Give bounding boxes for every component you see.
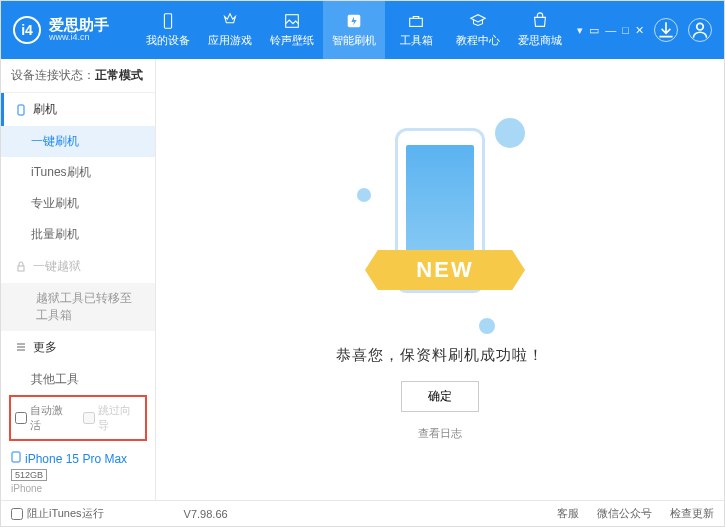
- device-type: iPhone: [11, 483, 145, 494]
- checkbox-block-itunes[interactable]: 阻止iTunes运行: [11, 506, 104, 521]
- phone-small-icon: [11, 451, 21, 466]
- svg-rect-5: [18, 105, 24, 115]
- checkbox-skip-guide[interactable]: 跳过向导: [83, 403, 141, 433]
- nav-toolbox[interactable]: 工具箱: [385, 1, 447, 59]
- toolbox-icon: [407, 12, 425, 30]
- nav-apps[interactable]: 应用游戏: [199, 1, 261, 59]
- menu-group-jailbreak[interactable]: 一键越狱: [1, 250, 155, 283]
- new-banner: NEW: [365, 250, 525, 290]
- device-status: 设备连接状态：正常模式: [1, 59, 155, 93]
- options-box: 自动激活 跳过向导: [9, 395, 147, 441]
- menu-pro-flash[interactable]: 专业刷机: [1, 188, 155, 219]
- menu-icon[interactable]: ▾: [577, 24, 583, 37]
- more-icon: [15, 341, 27, 353]
- main-content: NEW 恭喜您，保资料刷机成功啦！ 确定 查看日志: [156, 59, 724, 500]
- sidebar: 设备连接状态：正常模式 刷机 一键刷机 iTunes刷机 专业刷机 批量刷机 一…: [1, 59, 156, 500]
- app-header: i4 爱思助手 www.i4.cn 我的设备 应用游戏 铃声壁纸 智能刷机 工具…: [1, 1, 724, 59]
- menu-group-flash[interactable]: 刷机: [1, 93, 155, 126]
- footer-link-support[interactable]: 客服: [557, 506, 579, 521]
- view-log-link[interactable]: 查看日志: [418, 426, 462, 441]
- menu-one-click-flash[interactable]: 一键刷机: [1, 126, 155, 157]
- svg-rect-3: [410, 18, 423, 26]
- app-title: 爱思助手: [49, 17, 109, 34]
- minimize-icon[interactable]: —: [605, 24, 616, 37]
- logo-area: i4 爱思助手 www.i4.cn: [13, 16, 109, 44]
- apps-icon: [221, 12, 239, 30]
- window-controls: ▾ ▭ — □ ✕: [577, 24, 644, 37]
- maximize-icon[interactable]: □: [622, 24, 629, 37]
- menu-jailbreak-moved: 越狱工具已转移至工具箱: [1, 283, 155, 331]
- logo-icon: i4: [13, 16, 41, 44]
- close-icon[interactable]: ✕: [635, 24, 644, 37]
- top-nav: 我的设备 应用游戏 铃声壁纸 智能刷机 工具箱 教程中心 爱思商城: [137, 1, 571, 59]
- checkbox-auto-activate[interactable]: 自动激活: [15, 403, 73, 433]
- device-storage: 512GB: [11, 469, 47, 481]
- menu-other-tools[interactable]: 其他工具: [1, 364, 155, 391]
- phone-icon: [15, 104, 27, 116]
- svg-rect-6: [18, 266, 24, 271]
- menu-batch-flash[interactable]: 批量刷机: [1, 219, 155, 250]
- app-url: www.i4.cn: [49, 33, 109, 43]
- footer: 阻止iTunes运行 V7.98.66 客服 微信公众号 检查更新: [1, 500, 724, 526]
- version-label: V7.98.66: [184, 508, 228, 520]
- lock-icon: [15, 261, 27, 273]
- download-button[interactable]: [654, 18, 678, 42]
- menu-group-more[interactable]: 更多: [1, 331, 155, 364]
- svg-rect-7: [12, 452, 20, 462]
- footer-link-wechat[interactable]: 微信公众号: [597, 506, 652, 521]
- svg-point-4: [697, 23, 704, 30]
- svg-rect-0: [164, 14, 171, 28]
- device-icon: [159, 12, 177, 30]
- nav-store[interactable]: 爱思商城: [509, 1, 571, 59]
- phone-illustration: NEW: [375, 118, 505, 328]
- tutorial-icon: [469, 12, 487, 30]
- svg-rect-1: [286, 15, 299, 28]
- footer-link-update[interactable]: 检查更新: [670, 506, 714, 521]
- wallpaper-icon: [283, 12, 301, 30]
- success-message: 恭喜您，保资料刷机成功啦！: [336, 346, 544, 365]
- store-icon: [531, 12, 549, 30]
- flash-icon: [345, 12, 363, 30]
- lock-icon[interactable]: ▭: [589, 24, 599, 37]
- user-button[interactable]: [688, 18, 712, 42]
- nav-tutorials[interactable]: 教程中心: [447, 1, 509, 59]
- nav-smart-flash[interactable]: 智能刷机: [323, 1, 385, 59]
- nav-ringtones[interactable]: 铃声壁纸: [261, 1, 323, 59]
- ok-button[interactable]: 确定: [401, 381, 479, 412]
- menu-itunes-flash[interactable]: iTunes刷机: [1, 157, 155, 188]
- nav-my-device[interactable]: 我的设备: [137, 1, 199, 59]
- device-info: iPhone 15 Pro Max 512GB iPhone: [1, 445, 155, 500]
- device-name[interactable]: iPhone 15 Pro Max: [11, 451, 145, 466]
